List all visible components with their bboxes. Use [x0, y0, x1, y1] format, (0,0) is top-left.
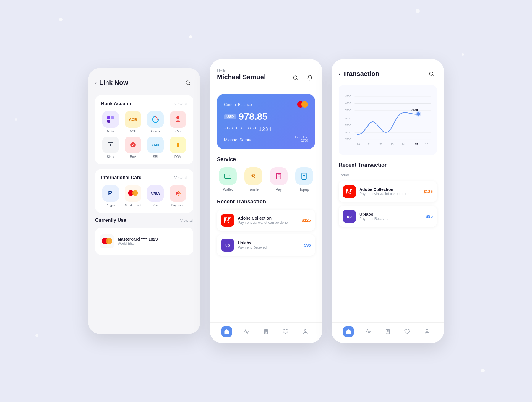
right-back-button[interactable]: ‹: [339, 71, 340, 77]
transaction-chart-container: 4500 4000 3500 3000 2500 2000 1500: [339, 85, 437, 155]
bank-label-acb: ACB: [130, 129, 137, 133]
greeting-hello: Hello: [217, 69, 266, 73]
nav-favorites[interactable]: [280, 326, 291, 337]
svg-text:3500: 3500: [345, 109, 351, 112]
back-button[interactable]: ‹: [95, 80, 97, 86]
search-icon[interactable]: [183, 77, 193, 88]
currently-use-title: Currently Use: [95, 218, 126, 223]
currently-info: Mastercard **** 1823 World Elite: [118, 237, 180, 246]
bank-icons-grid: Motu ACB ACB Como: [101, 111, 187, 158]
card-item-visa[interactable]: VISA Visa: [146, 185, 165, 207]
bank-account-card: Bank Account View all Motu ACB ACB: [95, 95, 193, 164]
bank-item-icici[interactable]: iCici: [168, 111, 187, 133]
center-bottom-nav: [210, 322, 322, 343]
transaction-adobe-info: Adobe Collection Payment via wallet can …: [238, 216, 298, 225]
nav-activity[interactable]: [241, 326, 252, 337]
svg-rect-11: [225, 174, 231, 178]
svg-text:21: 21: [368, 143, 371, 146]
pay-label: Pay: [276, 187, 282, 192]
greeting: Hello Michael Samuel: [217, 69, 266, 81]
right-nav-favorites[interactable]: [402, 326, 413, 337]
nav-home[interactable]: [221, 326, 232, 337]
right-transaction-adobe[interactable]: Adobe Collection Payment via wallet can …: [339, 181, 437, 202]
svg-text:2500: 2500: [345, 124, 351, 127]
balance-card-header: Current Balance: [224, 101, 308, 108]
svg-point-20: [304, 330, 306, 332]
transfer-icon: [244, 167, 262, 185]
more-options-icon[interactable]: ⋮: [183, 238, 189, 244]
currently-use-view-all[interactable]: View all: [180, 218, 193, 223]
currently-sub: World Elite: [118, 241, 180, 246]
transaction-uplabs-info: Uplabs Payment Receved: [238, 241, 301, 249]
svg-point-7: [130, 142, 136, 147]
service-transfer[interactable]: Transfer: [242, 167, 264, 192]
card-item-mastercard[interactable]: Mastercard: [124, 185, 142, 207]
service-topup[interactable]: Topup: [293, 167, 315, 192]
right-transaction-adobe-name: Adobe Collection: [359, 187, 420, 192]
svg-text:1500: 1500: [345, 138, 351, 141]
international-card-card: International Card View all P Paypal: [95, 169, 193, 213]
card-item-paypal[interactable]: P Paypal: [101, 185, 120, 207]
card-footer: Michael Samuel Exp. Date 02/30: [224, 136, 308, 142]
card-number: **** **** **** 1234: [224, 127, 308, 132]
international-card-header: International Card View all: [101, 175, 187, 180]
right-nav-profile[interactable]: [422, 326, 432, 337]
wallet-icon: [219, 167, 237, 185]
svg-line-10: [297, 79, 298, 80]
bank-item-fom[interactable]: FOM: [168, 137, 187, 158]
right-search-icon[interactable]: [426, 69, 437, 79]
card-label-paypal: Paypal: [106, 203, 116, 207]
right-transaction-uplabs[interactable]: up Uplabs Payment Receved $95: [339, 206, 437, 227]
right-header: ‹ Transaction: [339, 69, 437, 79]
pay-icon: [270, 167, 288, 185]
bank-label-motu: Motu: [107, 129, 114, 133]
right-transaction-uplabs-info: Uplabs Payment Receved: [359, 212, 422, 221]
bell-icon[interactable]: [304, 72, 315, 83]
right-nav-list[interactable]: [382, 326, 393, 337]
transaction-uplabs[interactable]: up Uplabs Payment Receved $95: [217, 234, 315, 256]
mastercard-badge: [297, 101, 308, 108]
right-transaction-uplabs-sub: Payment Receved: [359, 217, 422, 221]
card-item-payoneer[interactable]: Payoneer: [168, 185, 187, 207]
bank-label-fom: FOM: [174, 155, 181, 158]
nav-profile[interactable]: [300, 326, 311, 337]
transaction-adobe[interactable]: Adobe Collection Payment via wallet can …: [217, 210, 315, 231]
bank-item-motu[interactable]: Motu: [101, 111, 120, 133]
card-icons-grid: P Paypal Mastercard: [101, 185, 187, 207]
bank-item-sima[interactable]: Sima: [101, 137, 120, 158]
international-card-view-all[interactable]: View all: [174, 176, 187, 180]
svg-text:P: P: [108, 190, 112, 196]
phone-center: Hello Michael Samuel Current Balan: [210, 59, 322, 343]
transaction-uplabs-amount: $95: [304, 243, 311, 247]
service-pay[interactable]: Pay: [268, 167, 290, 192]
exp-date: Exp. Date 02/30: [295, 136, 308, 142]
service-wallet[interactable]: Wallet: [217, 167, 239, 192]
nav-list[interactable]: [261, 326, 271, 337]
service-grid: Wallet Transfer Pay Topup: [217, 167, 315, 192]
svg-text:3000: 3000: [345, 117, 351, 120]
bank-item-bov[interactable]: BoV: [124, 137, 142, 158]
currently-use-section: Currently Use View all Mastercard **** 1…: [95, 218, 193, 255]
currency-badge: USD: [224, 114, 236, 119]
bank-label-como: Como: [151, 129, 160, 133]
bank-item-acb[interactable]: ACB ACB: [124, 111, 142, 133]
adobe-icon: [221, 214, 234, 227]
svg-line-1: [189, 84, 190, 85]
bank-item-como[interactable]: Como: [146, 111, 165, 133]
bank-item-sbi[interactable]: ●SBI SBI: [146, 137, 165, 158]
right-nav-home[interactable]: [343, 326, 354, 337]
svg-text:2930: 2930: [411, 108, 418, 112]
topup-icon: [295, 167, 313, 185]
currently-use-item[interactable]: Mastercard **** 1823 World Elite ⋮: [100, 232, 189, 251]
transfer-label: Transfer: [247, 187, 260, 192]
transaction-adobe-amount: $125: [302, 218, 311, 223]
svg-rect-3: [111, 116, 114, 119]
svg-rect-2: [107, 116, 110, 119]
svg-point-38: [416, 111, 421, 117]
center-header-icons: [290, 72, 315, 83]
bank-account-view-all[interactable]: View all: [174, 102, 187, 106]
center-search-icon[interactable]: [290, 72, 301, 83]
right-nav-activity[interactable]: [363, 326, 374, 337]
right-transaction-adobe-info: Adobe Collection Payment via wallet can …: [359, 187, 420, 196]
center-header: Hello Michael Samuel: [217, 69, 315, 87]
